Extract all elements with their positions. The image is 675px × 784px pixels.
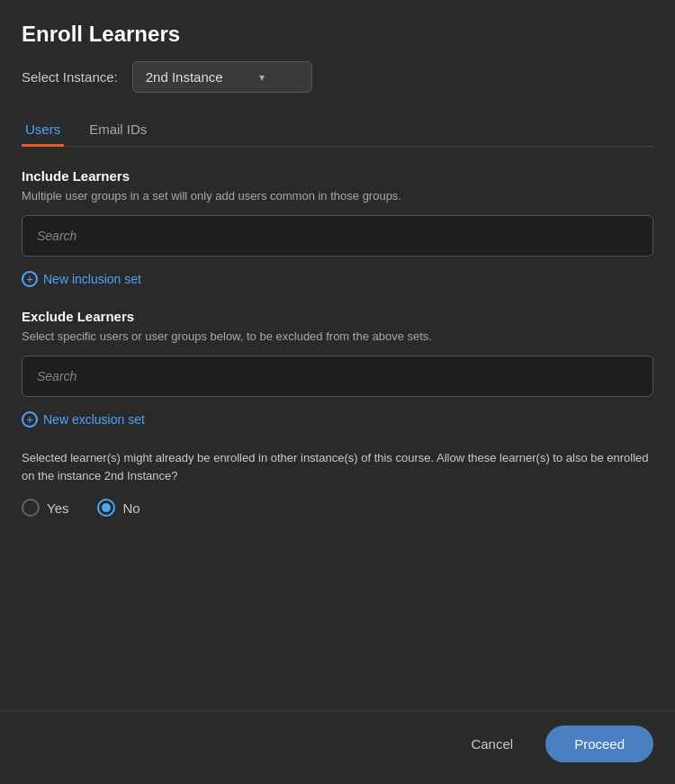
include-section-desc: Multiple user groups in a set will only … [22, 189, 653, 203]
radio-yes-option[interactable]: Yes [22, 499, 68, 517]
radio-group: Yes No [22, 499, 653, 517]
tab-email-ids[interactable]: Email IDs [86, 114, 150, 147]
new-inclusion-set-label: New inclusion set [43, 272, 141, 286]
radio-yes-outer [22, 499, 40, 517]
include-search-input[interactable] [22, 215, 653, 257]
tab-users[interactable]: Users [22, 114, 64, 147]
chevron-down-icon: ▾ [259, 71, 265, 84]
radio-no-outer [97, 499, 115, 517]
instance-select[interactable]: 2nd Instance ▾ [132, 61, 312, 93]
plus-circle-icon: + [22, 271, 38, 287]
exclude-section-title: Exclude Learners [22, 309, 653, 324]
modal-title: Enroll Learners [22, 22, 653, 47]
enrollment-notice: Selected learner(s) might already be enr… [22, 449, 653, 484]
radio-no-label: No [122, 500, 140, 516]
radio-no-option[interactable]: No [97, 499, 140, 517]
exclude-search-input[interactable] [22, 356, 653, 397]
new-inclusion-set-button[interactable]: + New inclusion set [22, 271, 141, 287]
exclude-learners-section: Exclude Learners Select specific users o… [22, 309, 653, 428]
cancel-button[interactable]: Cancel [453, 727, 531, 761]
new-exclusion-set-button[interactable]: + New exclusion set [22, 411, 145, 428]
include-learners-section: Include Learners Multiple user groups in… [22, 168, 653, 287]
proceed-button[interactable]: Proceed [545, 725, 653, 762]
radio-yes-label: Yes [47, 500, 68, 516]
modal-header: Enroll Learners [0, 0, 675, 61]
tabs-container: Users Email IDs [22, 114, 653, 147]
instance-row: Select Instance: 2nd Instance ▾ [22, 61, 653, 93]
radio-no-inner [102, 503, 111, 512]
new-exclusion-set-label: New exclusion set [43, 412, 145, 427]
modal-body: Select Instance: 2nd Instance ▾ Users Em… [0, 61, 675, 710]
instance-label: Select Instance: [22, 69, 118, 85]
plus-circle-icon-2: + [22, 411, 38, 428]
instance-selected-value: 2nd Instance [146, 69, 223, 85]
include-section-title: Include Learners [22, 168, 653, 184]
exclude-section-desc: Select specific users or user groups bel… [22, 329, 653, 343]
enroll-learners-modal: Enroll Learners Select Instance: 2nd Ins… [0, 0, 675, 784]
modal-footer: Cancel Proceed [0, 710, 675, 784]
